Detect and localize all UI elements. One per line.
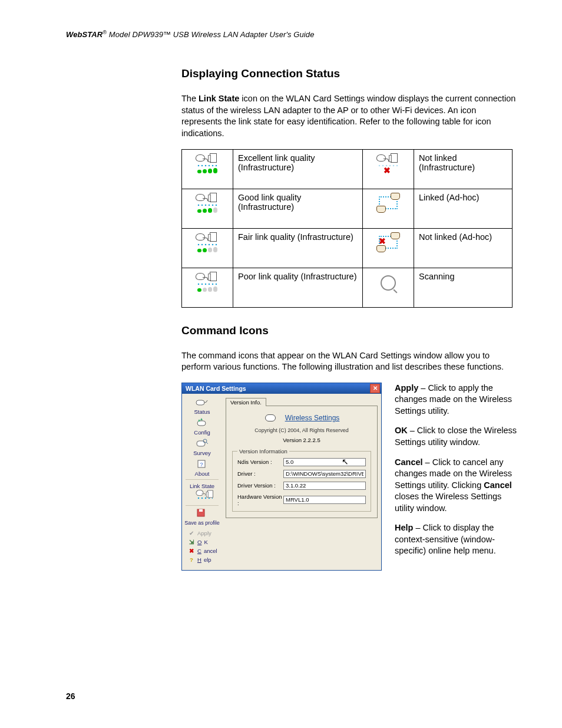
close-icon[interactable]: ✕ xyxy=(370,384,380,393)
icon-not-linked-adhoc: ✖ xyxy=(362,228,414,268)
ok-button[interactable]: ⇲OK xyxy=(188,538,221,546)
brand-title: Wireless Settings xyxy=(285,414,340,422)
version-text: Version 2.2.2.5 xyxy=(231,437,372,443)
sidebar-item-about[interactable]: ? About xyxy=(183,458,221,477)
heading-command-icons: Command Icons xyxy=(181,324,517,337)
para-command-icons: The command icons that appear on the WLA… xyxy=(181,350,517,373)
driver-version-value[interactable] xyxy=(283,482,366,490)
link-state-icon xyxy=(195,489,209,502)
svg-rect-4 xyxy=(197,441,205,446)
window-title: WLAN Card Settings xyxy=(186,385,246,392)
hardware-version-value[interactable] xyxy=(283,496,366,504)
sidebar-item-survey[interactable]: Survey xyxy=(183,437,221,457)
ndis-value[interactable] xyxy=(283,458,366,466)
command-descriptions: Apply – Click to apply the changes made … xyxy=(395,383,517,565)
label-poor: Poor link quality (Infrastructure) xyxy=(233,268,363,307)
driver-version-label: Driver Version : xyxy=(237,482,283,489)
ndis-label: Ndis Version : xyxy=(237,459,283,465)
icon-scanning xyxy=(362,268,414,307)
save-profile-icon xyxy=(195,509,209,519)
sidebar-link-state: Link State xyxy=(183,482,221,503)
wireless-icon xyxy=(264,412,279,424)
running-header: WebSTAR® Model DPW939™ USB Wireless LAN … xyxy=(66,29,515,39)
copyright-text: Copyright (C) 2004, All Rights Reserved xyxy=(231,427,372,433)
label-good: Good link quality (Infrastructure) xyxy=(233,189,363,228)
label-fair: Fair link quality (Infrastructure) xyxy=(233,228,363,268)
para-connection-status: The Link State icon on the WLAN Card Set… xyxy=(181,93,517,139)
svg-marker-2 xyxy=(200,418,203,420)
icon-fair xyxy=(182,228,233,268)
driver-label: Driver : xyxy=(237,470,283,477)
cancel-button[interactable]: ✖Cancel xyxy=(188,547,221,555)
sidebar: Status Config Survey xyxy=(182,394,222,570)
sidebar-item-config[interactable]: Config xyxy=(183,417,221,436)
tabbar: Version Info. xyxy=(226,396,378,406)
link-state-table: Excellent link quality (Infrastructure) … xyxy=(181,149,513,308)
page-number: 26 xyxy=(66,691,75,701)
help-button[interactable]: ?Help xyxy=(188,556,221,564)
svg-line-6 xyxy=(206,442,208,444)
label-excellent: Excellent link quality (Infrastructure) xyxy=(233,149,363,189)
label-not-linked-infra: Not linked (Infrastructure) xyxy=(414,149,512,189)
svg-rect-10 xyxy=(199,509,203,512)
config-icon xyxy=(195,418,209,429)
icon-linked-adhoc xyxy=(362,189,414,228)
heading-connection-status: Displaying Connection Status xyxy=(181,67,517,80)
hardware-version-label: Hardware Version : xyxy=(237,493,283,506)
version-info-group: Version Information Ndis Version : Drive… xyxy=(232,448,371,512)
svg-marker-3 xyxy=(198,419,200,421)
sidebar-item-status[interactable]: Status xyxy=(183,396,221,416)
icon-poor xyxy=(182,268,233,307)
svg-text:?: ? xyxy=(200,462,203,467)
svg-rect-0 xyxy=(196,400,204,405)
group-legend: Version Information xyxy=(237,448,289,454)
titlebar[interactable]: WLAN Card Settings ✕ xyxy=(182,383,381,394)
icon-good xyxy=(182,189,233,228)
svg-rect-1 xyxy=(197,421,206,426)
about-icon: ? xyxy=(195,459,209,470)
wlan-settings-window: WLAN Card Settings ✕ Status xyxy=(181,383,382,571)
sidebar-save-profile[interactable]: Save as profile xyxy=(183,508,221,526)
icon-excellent xyxy=(182,149,233,189)
status-icon xyxy=(195,397,209,408)
label-not-linked-adhoc: Not linked (Ad-hoc) xyxy=(414,228,512,268)
apply-button[interactable]: ✔Apply xyxy=(188,529,221,538)
icon-not-linked-infra: ✖ xyxy=(362,149,414,189)
label-scanning: Scanning xyxy=(414,268,512,307)
tab-version-info[interactable]: Version Info. xyxy=(226,398,266,406)
label-linked-adhoc: Linked (Ad-hoc) xyxy=(414,189,512,228)
survey-icon xyxy=(195,439,209,449)
driver-value[interactable] xyxy=(283,470,366,478)
